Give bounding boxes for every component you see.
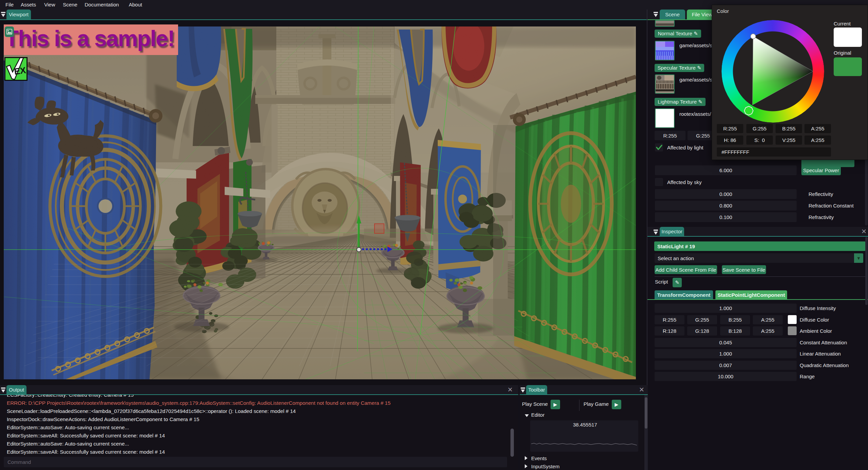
svg-text:EX: EX xyxy=(14,65,27,77)
